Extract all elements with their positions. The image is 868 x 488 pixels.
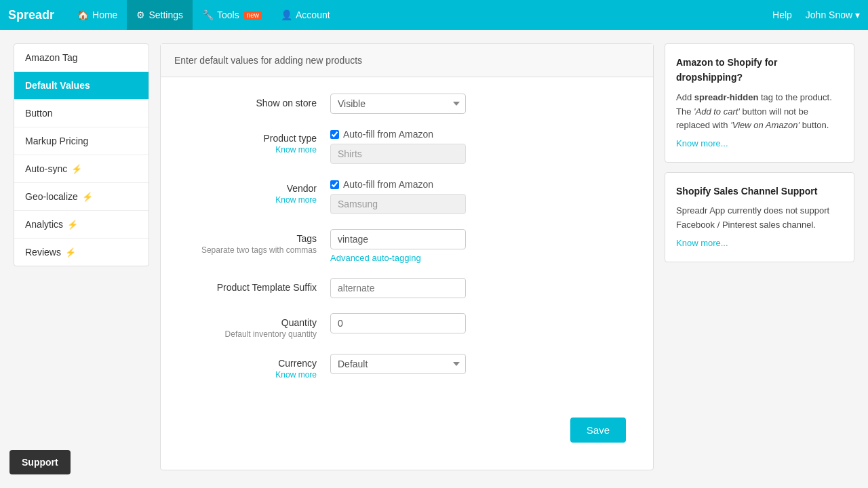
user-menu[interactable]: John Snow ▾ (806, 9, 860, 20)
sidebar-label-default-values: Default Values (25, 80, 90, 91)
vendor-know-more-link[interactable]: Know more (181, 195, 317, 205)
analytics-bolt-icon: ⚡ (67, 220, 78, 230)
vendor-autofill-checkbox[interactable] (330, 180, 339, 189)
spreadr-hidden-bold: spreadr-hidden (694, 92, 759, 102)
auto-sync-bolt-icon: ⚡ (71, 164, 82, 174)
main-content-panel: Enter default values for adding new prod… (160, 43, 654, 470)
info-card-dropshipping-body: Add spreadr-hidden tag to the product. T… (676, 91, 843, 133)
product-type-know-more-link[interactable]: Know more (181, 145, 317, 155)
info-card-sales-channel-body: Spreadr App currently does not support F… (676, 204, 843, 232)
account-icon: 👤 (281, 9, 292, 20)
settings-icon: ⚙ (136, 9, 145, 20)
sidebar-item-default-values[interactable]: Default Values (14, 72, 149, 100)
product-type-autofill-checkbox[interactable] (330, 130, 339, 139)
product-type-input[interactable] (330, 144, 466, 164)
sidebar-item-markup-pricing[interactable]: Markup Pricing (14, 127, 149, 155)
main-layout: Amazon Tag Default Values Button Markup … (0, 30, 868, 484)
field-col-product-template-suffix (330, 278, 633, 298)
sidebar-item-button[interactable]: Button (14, 100, 149, 127)
form-row-quantity: Quantity Default inventory quantity (181, 313, 633, 339)
info-card-sales-channel-title: Shopify Sales Channel Support (676, 184, 843, 199)
currency-select[interactable]: Default USD EUR GBP (330, 354, 466, 374)
label-product-type: Product type (263, 133, 317, 144)
label-currency: Currency (278, 358, 317, 369)
product-type-autofill-row: Auto-fill from Amazon (330, 129, 633, 140)
label-col-show-on-store: Show on store (181, 94, 330, 108)
content-body: Show on store Visible Hidden Draft Produ… (161, 77, 653, 411)
product-type-autofill-label: Auto-fill from Amazon (343, 129, 433, 140)
add-to-cart-italic: 'Add to cart' (694, 106, 740, 117)
form-row-show-on-store: Show on store Visible Hidden Draft (181, 94, 633, 114)
quantity-input[interactable] (330, 313, 466, 333)
sidebar: Amazon Tag Default Values Button Markup … (14, 43, 149, 266)
nav-items: 🏠 Home ⚙ Settings 🔧 Tools new 👤 Account (68, 0, 772, 30)
label-tags: Tags (296, 233, 317, 244)
home-icon: 🏠 (77, 9, 89, 20)
form-row-currency: Currency Know more Default USD EUR GBP (181, 354, 633, 380)
product-template-suffix-input[interactable] (330, 278, 466, 298)
content-header: Enter default values for adding new prod… (161, 44, 653, 77)
sidebar-label-button: Button (25, 108, 52, 119)
label-col-quantity: Quantity Default inventory quantity (181, 313, 330, 339)
field-col-vendor: Auto-fill from Amazon (330, 179, 633, 214)
sidebar-label-auto-sync: Auto-sync (25, 163, 67, 174)
dropshipping-know-more-link[interactable]: Know more... (676, 138, 728, 148)
tools-badge: new (244, 11, 262, 20)
sales-channel-know-more-link[interactable]: Know more... (676, 238, 728, 248)
label-col-product-type: Product type Know more (181, 129, 330, 155)
sidebar-item-analytics[interactable]: Analytics ⚡ (14, 211, 149, 239)
show-on-store-select[interactable]: Visible Hidden Draft (330, 94, 466, 114)
sidebar-item-auto-sync[interactable]: Auto-sync ⚡ (14, 155, 149, 183)
reviews-bolt-icon: ⚡ (65, 247, 76, 258)
nav-right: Help John Snow ▾ (772, 9, 860, 20)
help-link[interactable]: Help (772, 9, 792, 20)
quantity-sublabel: Default inventory quantity (181, 329, 317, 339)
label-col-product-template-suffix: Product Template Suffix (181, 278, 330, 293)
label-quantity: Quantity (281, 317, 317, 328)
label-product-template-suffix: Product Template Suffix (217, 282, 317, 293)
sidebar-label-geo-localize: Geo-localize (25, 191, 78, 202)
label-vendor: Vendor (287, 183, 317, 194)
info-card-dropshipping-title: Amazon to Shopify for dropshipping? (676, 55, 843, 85)
save-button[interactable]: Save (570, 418, 626, 443)
nav-account[interactable]: 👤 Account (271, 0, 340, 30)
sidebar-item-geo-localize[interactable]: Geo-localize ⚡ (14, 183, 149, 211)
sidebar-label-amazon-tag: Amazon Tag (25, 52, 78, 63)
field-col-show-on-store: Visible Hidden Draft (330, 94, 633, 114)
sidebar-label-markup-pricing: Markup Pricing (25, 136, 88, 146)
info-card-dropshipping: Amazon to Shopify for dropshipping? Add … (665, 43, 854, 163)
label-col-currency: Currency Know more (181, 354, 330, 380)
advanced-auto-tagging-link[interactable]: Advanced auto-tagging (330, 253, 421, 263)
tags-input[interactable] (330, 229, 466, 249)
form-row-tags: Tags Separate two tags with commas Advan… (181, 229, 633, 263)
field-col-currency: Default USD EUR GBP (330, 354, 633, 374)
nav-settings[interactable]: ⚙ Settings (127, 0, 193, 30)
sidebar-label-analytics: Analytics (25, 219, 63, 230)
label-col-vendor: Vendor Know more (181, 179, 330, 205)
currency-know-more-link[interactable]: Know more (181, 370, 317, 380)
sidebar-item-amazon-tag[interactable]: Amazon Tag (14, 44, 149, 72)
label-show-on-store: Show on store (256, 98, 317, 108)
tools-icon: 🔧 (202, 9, 214, 20)
field-col-quantity (330, 313, 633, 333)
field-col-tags: Advanced auto-tagging (330, 229, 633, 263)
sidebar-label-reviews: Reviews (25, 247, 61, 258)
label-col-tags: Tags Separate two tags with commas (181, 229, 330, 255)
view-on-amazon-italic: 'View on Amazon' (730, 120, 800, 130)
support-button[interactable]: Support (9, 450, 71, 474)
nav-tools[interactable]: 🔧 Tools new (193, 0, 271, 30)
form-row-product-type: Product type Know more Auto-fill from Am… (181, 129, 633, 164)
top-navigation: Spreadr 🏠 Home ⚙ Settings 🔧 Tools new 👤 … (0, 0, 868, 30)
tags-sublabel: Separate two tags with commas (181, 245, 317, 255)
form-row-product-template-suffix: Product Template Suffix (181, 278, 633, 298)
brand-logo: Spreadr (8, 8, 54, 22)
sidebar-item-reviews[interactable]: Reviews ⚡ (14, 239, 149, 266)
footer-row: Save (161, 411, 653, 470)
right-panel: Amazon to Shopify for dropshipping? Add … (665, 43, 854, 262)
nav-home[interactable]: 🏠 Home (68, 0, 127, 30)
vendor-autofill-row: Auto-fill from Amazon (330, 179, 633, 190)
vendor-input[interactable] (330, 194, 466, 214)
vendor-autofill-label: Auto-fill from Amazon (343, 179, 433, 190)
geo-localize-bolt-icon: ⚡ (82, 192, 93, 202)
form-row-vendor: Vendor Know more Auto-fill from Amazon (181, 179, 633, 214)
